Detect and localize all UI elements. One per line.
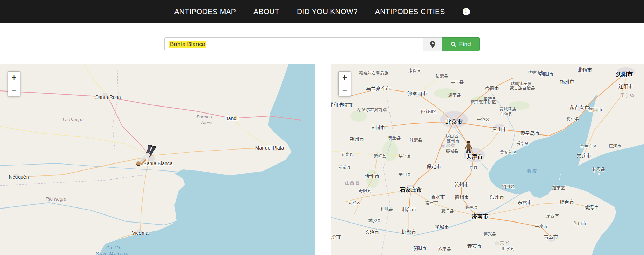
map-label: 沈阳市 [616, 71, 633, 78]
map-label: 丰宁县 [451, 79, 464, 85]
map-label: 秦皇岛市 [520, 130, 540, 137]
map-label: Santa Rosa [95, 94, 121, 100]
map-label: 涿州市 [447, 138, 459, 144]
map-label: 平山县 [399, 172, 411, 177]
map-label: 宽城满族 [499, 106, 516, 112]
map-label: 察哈尔右翼后旗 [359, 70, 388, 76]
map-label: 山东省 [495, 240, 509, 246]
nav-bar: ANTIPODES MAP ABOUT DID YOU KNOW? ANTIPO… [0, 0, 644, 23]
zoom-out-button[interactable]: − [8, 84, 20, 96]
map-label: 聊城市 [435, 224, 449, 231]
map-label: 承德市 [485, 85, 499, 92]
map-label: 岢岚县 [338, 165, 351, 170]
nav-item-antipodes-map[interactable]: ANTIPODES MAP [174, 7, 236, 16]
map-label: 庄河市 [609, 143, 621, 149]
map-label: 太谷区 [348, 200, 360, 206]
map-label: 青岛市 [544, 234, 558, 240]
map-label: 朔州市 [350, 136, 364, 143]
map-label: 济南市 [472, 213, 488, 220]
find-button[interactable]: Find [442, 37, 480, 51]
find-button-label: Find [459, 41, 471, 48]
map-label: 山西省 [345, 180, 360, 186]
map-origin-argentina[interactable]: Santa RosaLa PampaBuenosAiresTandilMar d… [0, 64, 315, 255]
page: { "nav": { "items": ["ANTIPODES MAP", "A… [0, 0, 644, 255]
map-marker-icon [430, 41, 435, 48]
zoom-control-antipode: + − [338, 71, 351, 96]
map-label: Aires [201, 120, 212, 125]
nav-item-about[interactable]: ABOUT [253, 7, 279, 16]
nav-item-did-you-know[interactable]: DID YOU KNOW? [297, 7, 358, 16]
map-label: 五寨县 [341, 152, 353, 158]
map-label: 南宫市 [425, 200, 438, 206]
map-label: 张家口市 [408, 90, 427, 97]
map-label: 繁峙县 [374, 153, 386, 159]
map-label: 察哈尔右翼前旗 [357, 107, 387, 113]
search-bar: Bahía Blanca Find [0, 37, 644, 51]
exclamation-circle-icon: ! [463, 8, 470, 15]
search-section: Bahía Blanca Find [0, 23, 644, 64]
map-label: 曹妃甸区 [500, 150, 517, 155]
map-label: 鹰手营子矿区 [471, 99, 496, 105]
map-label: 德州市 [455, 194, 469, 201]
search-input[interactable]: Bahía Blanca [164, 37, 423, 51]
nav-item-antipodes-cities[interactable]: ANTIPODES CITIES [375, 7, 445, 16]
zoom-control-origin: + − [8, 71, 20, 96]
map-label: 邯郸市 [402, 229, 416, 235]
search-query-highlight: Bahía Blanca [169, 41, 206, 48]
map-label: 朝阳市 [539, 71, 554, 78]
map-label: 长海县 [592, 166, 605, 172]
map-label: 河北省 [441, 143, 455, 149]
map-label: Viedma [132, 230, 148, 236]
map-label: 濮阳市 [412, 245, 427, 252]
map-label: 石家庄市 [400, 187, 422, 194]
zoom-out-button[interactable]: − [338, 84, 351, 96]
map-label: 夏津县 [441, 208, 454, 214]
map-label: Mar del Plata [255, 145, 284, 151]
map-label: 普兰店区 [580, 144, 597, 150]
map-label: 容城县 [446, 148, 458, 154]
zoom-in-button[interactable]: + [338, 71, 351, 84]
map-label: 和顺县 [380, 206, 393, 212]
map-label: Golfo [106, 245, 122, 250]
map-label: 东平县 [438, 246, 451, 252]
map-label: 喀喇沁旗 [528, 70, 545, 75]
map-label: 康保县 [408, 68, 421, 74]
zoom-in-button[interactable]: + [8, 71, 20, 84]
map-label: 呼和浩特市 [331, 102, 353, 108]
map-label: 辽宁省 [620, 93, 635, 99]
map-label: 衡水市 [430, 194, 445, 200]
info-button[interactable]: ! [463, 8, 470, 15]
map-label: 天津市 [466, 153, 483, 161]
map-label: 房山区 [446, 133, 458, 139]
map-label: 大同市 [371, 124, 385, 131]
map-label: 下花园区 [420, 109, 436, 115]
map-label: 威海市 [584, 204, 599, 211]
map-label: 渤海 [526, 168, 537, 174]
map-label: 寿阳县 [359, 188, 371, 194]
locate-marker-button[interactable] [423, 37, 442, 51]
map-label: 沧州市 [455, 182, 469, 188]
map-label: 阜平县 [399, 153, 411, 159]
map-label: 唐山市 [492, 126, 507, 133]
map-label: San Matías [96, 251, 129, 255]
map-label: 滨州市 [490, 194, 505, 201]
map-label: 忻州市 [365, 173, 380, 180]
map-label: 涞源县 [410, 137, 422, 143]
map-antipode-china[interactable]: 察哈尔右翼后旗康保县沽源县丰宁县喀喇沁旗朝阳市北镇市沈阳市锦州市辽阳市辽宁省乌兰… [331, 64, 644, 255]
map-label: 东营市 [517, 199, 532, 206]
map-label: 灵丘县 [388, 135, 401, 141]
map-label: 临邑县 [465, 205, 478, 211]
map-label: 承德县 [484, 96, 496, 102]
map-label: 博兴县 [484, 231, 496, 237]
map-label: 蒙古族自治县 [510, 85, 535, 91]
map-label: 烟台市 [560, 199, 574, 205]
map-label: 自治县 [500, 111, 513, 117]
search-icon [451, 42, 456, 47]
map-labels-antipode: 察哈尔右翼后旗康保县沽源县丰宁县喀喇沁旗朝阳市北镇市沈阳市锦州市辽阳市辽宁省乌兰… [331, 64, 644, 255]
map-label: 沽源县 [436, 73, 448, 79]
map-labels-origin: Santa RosaLa PampaBuenosAiresTandilMar d… [0, 64, 315, 255]
map-label: 长治市 [365, 229, 379, 235]
map-label: 营口市 [588, 107, 603, 113]
map-label: Tandil [226, 116, 239, 121]
map-label: 辽阳市 [618, 83, 633, 90]
